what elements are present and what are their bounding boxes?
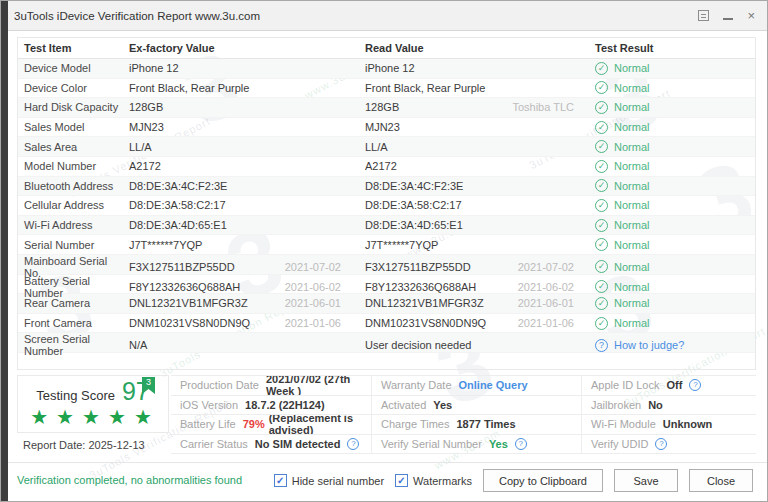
table-row: Sales Area LL/A LL/A ✓Normal <box>18 137 755 157</box>
report-date-value: 2025-12-13 <box>88 439 144 451</box>
check-circle-icon: ✓ <box>595 179 608 192</box>
online-query-link[interactable]: Online Query <box>459 379 528 391</box>
hide-serial-checkbox[interactable]: ✓ Hide serial number <box>274 474 384 487</box>
result-label: Normal <box>614 121 649 133</box>
component-date: 2021-06-01 <box>518 297 589 309</box>
header-test-result: Test Result <box>589 42 755 54</box>
help-icon[interactable]: ? <box>689 379 701 391</box>
star-rating-icons: ★★★★★ <box>26 405 160 429</box>
wifi-module-cell: Wi-Fi Module Unknown <box>581 415 756 435</box>
result-label: Normal <box>614 199 649 211</box>
report-date: Report Date: 2025-12-13 <box>23 439 145 451</box>
result-label: Normal <box>614 317 649 329</box>
footer-controls: ✓ Hide serial number ✓ Watermarks Copy t… <box>274 469 753 492</box>
check-circle-icon: ✓ <box>595 297 608 310</box>
verify-serial-cell: Verify Serial Number Yes ? <box>371 435 581 455</box>
production-date-cell: Production Date 2021/07/02 (27th Week ) <box>171 376 371 396</box>
verification-status-message: Verification completed, no abnormalities… <box>17 474 242 486</box>
battery-percent: 79% <box>243 418 265 430</box>
component-date: 2021-06-02 <box>285 281 359 293</box>
testing-score-box: 3 Testing Score 97 ★★★★★ <box>17 375 169 433</box>
activated-cell: Activated Yes <box>371 396 581 416</box>
help-icon[interactable]: ? <box>655 438 667 450</box>
component-date: 2021-07-02 <box>518 261 589 273</box>
window-title: 3uTools iDevice Verification Report www.… <box>14 10 260 22</box>
result-label: Normal <box>614 141 649 153</box>
help-icon[interactable]: ? <box>515 438 527 450</box>
verification-report-window: 3 3 3 3 3 3 3 3uTools Verification Repor… <box>0 0 768 502</box>
close-button[interactable]: Close <box>689 469 753 492</box>
verify-udid-cell: Verify UDID ? <box>581 435 756 455</box>
carrier-status-cell: Carrier Status No SIM detected ? <box>171 435 371 455</box>
table-row: Sales Model MJN23 MJN23 ✓Normal <box>18 118 755 138</box>
check-circle-icon: ✓ <box>595 160 608 173</box>
table-row: Screen Serial Number N/A User decision n… <box>18 333 755 353</box>
result-label: Normal <box>614 219 649 231</box>
check-circle-icon: ✓ <box>595 121 608 134</box>
report-list-icon[interactable] <box>698 10 709 21</box>
minimize-icon[interactable] <box>723 10 733 20</box>
check-circle-icon: ✓ <box>595 260 608 273</box>
charge-times-cell: Charge Times 1877 Times <box>371 415 581 435</box>
table-row: Mainboard Serial No. F3X127511BZP55DD202… <box>18 255 755 275</box>
check-circle-icon: ✓ <box>595 81 608 94</box>
how-to-judge-link[interactable]: How to judge? <box>614 339 684 351</box>
close-icon[interactable]: × <box>747 11 755 21</box>
component-date: 2021-07-02 <box>285 261 359 273</box>
result-label: Normal <box>614 180 649 192</box>
battery-life-cell: Battery Life 79% (Replacement is advised… <box>171 415 371 435</box>
component-date: 2021-01-06 <box>518 317 589 329</box>
table-row: Device Color Front Black, Rear Purple Fr… <box>18 79 755 99</box>
table-row: Device Model iPhone 12 iPhone 12 ✓Normal <box>18 59 755 79</box>
device-summary-grid: Production Date 2021/07/02 (27th Week ) … <box>171 375 756 453</box>
table-row: Wi-Fi Address D8:DE:3A:4D:65:E1 D8:DE:3A… <box>18 216 755 236</box>
help-icon[interactable]: ? <box>595 339 608 352</box>
watermarks-checkbox[interactable]: ✓ Watermarks <box>395 474 472 487</box>
table-row: Hard Disk Capacity 128GB 128GBToshiba TL… <box>18 98 755 118</box>
table-row: Model Number A2172 A2172 ✓Normal <box>18 157 755 177</box>
check-circle-icon: ✓ <box>595 238 608 251</box>
result-label: Normal <box>614 82 649 94</box>
result-label: Normal <box>614 297 649 309</box>
check-circle-icon: ✓ <box>595 62 608 75</box>
header-test-item: Test Item <box>18 42 123 54</box>
table-header: Test Item Ex-factory Value Read Value Te… <box>18 38 755 59</box>
check-circle-icon: ✓ <box>595 101 608 114</box>
result-label: Normal <box>614 261 649 273</box>
table-row: Battery Serial Number F8Y12332636Q688AH2… <box>18 275 755 295</box>
table-row: Front Camera DNM10231VS8N0DN9Q2021-01-06… <box>18 314 755 334</box>
verification-table: Test Item Ex-factory Value Read Value Te… <box>17 37 756 370</box>
ios-version-cell: iOS Version 18.7.2 (22H124) <box>171 396 371 416</box>
component-date: 2021-06-02 <box>518 281 589 293</box>
disk-vendor-note: Toshiba TLC <box>512 101 589 113</box>
table-row: Bluetooth Address D8:DE:3A:4C:F2:3E D8:D… <box>18 177 755 197</box>
result-label: Normal <box>614 62 649 74</box>
header-read-value: Read Value <box>359 42 589 54</box>
testing-score-label: Testing Score <box>36 388 115 403</box>
result-label: Normal <box>614 101 649 113</box>
check-circle-icon: ✓ <box>595 219 608 232</box>
check-circle-icon: ✓ <box>595 280 608 293</box>
desktop-edge <box>1 1 8 502</box>
copy-to-clipboard-button[interactable]: Copy to Clipboard <box>483 469 603 492</box>
result-label: Normal <box>614 160 649 172</box>
component-date: 2021-01-06 <box>285 317 359 329</box>
apple-id-lock-cell: Apple ID Lock Off ? <box>581 376 756 396</box>
footer-divider <box>1 462 767 463</box>
jailbroken-cell: Jailbroken No <box>581 396 756 416</box>
save-button[interactable]: Save <box>614 469 678 492</box>
table-row: Serial Number J7T******7YQP J7T******7YQ… <box>18 235 755 255</box>
check-circle-icon: ✓ <box>595 199 608 212</box>
warranty-date-cell: Warranty Date Online Query <box>371 376 581 396</box>
checkbox-checked-icon: ✓ <box>274 474 287 487</box>
component-date: 2021-06-01 <box>285 297 359 309</box>
title-bar: 3uTools iDevice Verification Report www.… <box>1 1 767 31</box>
table-row: Cellular Address D8:DE:3A:58:C2:17 D8:DE… <box>18 196 755 216</box>
check-circle-icon: ✓ <box>595 140 608 153</box>
help-icon[interactable]: ? <box>347 438 359 450</box>
check-circle-icon: ✓ <box>595 317 608 330</box>
checkbox-checked-icon: ✓ <box>395 474 408 487</box>
result-label: Normal <box>614 239 649 251</box>
header-ex-factory: Ex-factory Value <box>123 42 359 54</box>
result-label: Normal <box>614 281 649 293</box>
